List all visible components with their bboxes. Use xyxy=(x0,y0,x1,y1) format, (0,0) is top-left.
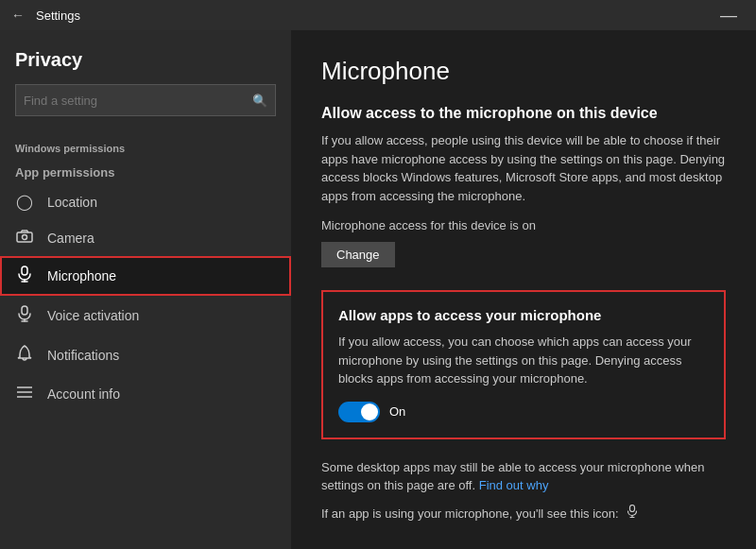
mic-small-icon xyxy=(627,506,637,521)
svg-rect-11 xyxy=(630,505,635,511)
sidebar: Privacy 🔍 Windows permissions App permis… xyxy=(0,30,291,549)
allow-apps-title: Allow apps to access your microphone xyxy=(338,307,709,323)
minimize-button[interactable]: — xyxy=(713,6,745,26)
toggle-label: On xyxy=(389,404,405,419)
privacy-section-heading: Privacy xyxy=(15,49,276,71)
location-icon: ◯ xyxy=(15,193,34,211)
device-access-desc: If you allow access, people using this d… xyxy=(321,131,726,205)
back-button[interactable]: ← xyxy=(11,8,25,23)
sidebar-item-location[interactable]: ◯ Location xyxy=(0,183,291,220)
microphone-toggle[interactable] xyxy=(338,402,380,422)
account-info-icon xyxy=(15,385,34,403)
notifications-icon xyxy=(15,345,34,366)
sidebar-item-camera-label: Camera xyxy=(47,231,94,246)
device-access-status: Microphone access for this device is on xyxy=(321,218,726,232)
camera-icon xyxy=(15,230,34,247)
microphone-icon xyxy=(15,266,34,286)
sidebar-header: Privacy 🔍 xyxy=(0,30,291,128)
change-button[interactable]: Change xyxy=(321,242,395,267)
sidebar-item-voice-activation-label: Voice activation xyxy=(47,308,139,323)
device-access-title: Allow access to the microphone on this d… xyxy=(321,105,726,122)
sidebar-item-notifications-label: Notifications xyxy=(47,348,119,363)
main-layout: Privacy 🔍 Windows permissions App permis… xyxy=(0,30,756,549)
svg-point-1 xyxy=(23,235,27,240)
sidebar-item-microphone-label: Microphone xyxy=(47,268,116,283)
bottom-text-1: Some desktop apps may still be able to a… xyxy=(321,458,726,495)
windows-permissions-label: Windows permissions xyxy=(0,128,291,158)
allow-apps-box: Allow apps to access your microphone If … xyxy=(321,290,726,439)
search-input[interactable] xyxy=(24,94,252,108)
bottom-text-2: If an app is using your microphone, you'… xyxy=(321,505,726,523)
search-box[interactable]: 🔍 xyxy=(15,84,276,116)
svg-rect-2 xyxy=(22,266,27,275)
title-bar: ← Settings — xyxy=(0,0,756,30)
sidebar-item-account-info[interactable]: Account info xyxy=(0,375,291,413)
title-bar-title: Settings xyxy=(36,9,80,23)
voice-activation-icon xyxy=(15,305,34,326)
svg-rect-5 xyxy=(22,306,27,315)
allow-apps-desc: If you allow access, you can choose whic… xyxy=(338,333,709,388)
search-icon: 🔍 xyxy=(252,94,267,108)
toggle-row: On xyxy=(338,402,709,422)
sidebar-item-voice-activation[interactable]: Voice activation xyxy=(0,296,291,335)
sidebar-item-camera[interactable]: Camera xyxy=(0,220,291,256)
sidebar-item-account-info-label: Account info xyxy=(47,386,120,402)
svg-rect-0 xyxy=(17,232,32,242)
sidebar-item-location-label: Location xyxy=(47,195,97,210)
content-area: Microphone Allow access to the microphon… xyxy=(291,30,756,549)
sidebar-item-microphone[interactable]: Microphone xyxy=(0,256,291,296)
find-out-why-link[interactable]: Find out why xyxy=(479,478,549,492)
sidebar-item-notifications[interactable]: Notifications xyxy=(0,335,291,375)
page-title: Microphone xyxy=(321,57,726,86)
app-permissions-label: App permissions xyxy=(15,165,276,180)
toggle-knob xyxy=(361,403,378,420)
